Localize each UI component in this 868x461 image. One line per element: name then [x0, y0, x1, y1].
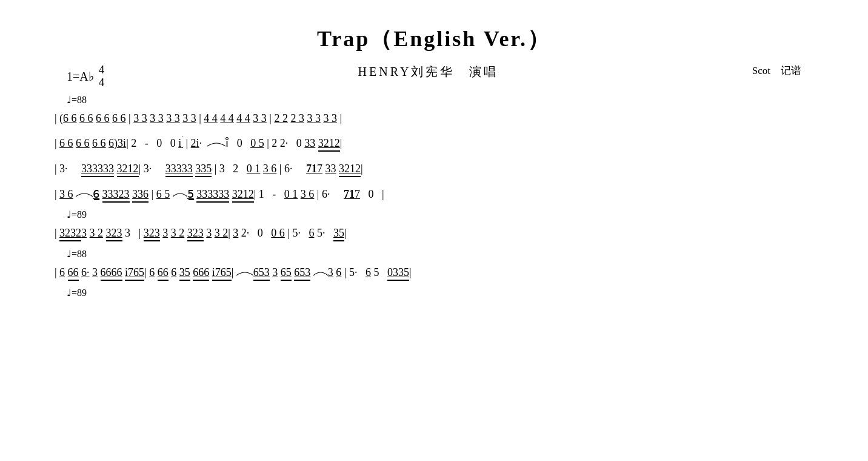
music-row-5: | 32323 3 2 323 3 | 323 3 3 2 323 3 3 2|…: [55, 221, 820, 246]
music-row-6: | 6 66 6· 3 6666 i765| 6 66 6 35 666 i76…: [55, 261, 820, 285]
performer-label: HENRY刘宪华 演唱: [358, 64, 499, 80]
music-row-3: | 3· 333333 3212| 3· 33333 335 | 3 2 0 1…: [55, 157, 820, 181]
tempo-mark-4: ♩=89: [67, 287, 820, 298]
tempo-mark-1: ♩=88: [67, 94, 820, 106]
tempo-mark-2: ♩=89: [67, 209, 820, 220]
key-time-signature: 1=A♭ 4 4: [67, 64, 104, 89]
time-sig: 4 4: [99, 64, 105, 89]
scribe-label: Scot 记谱: [752, 64, 801, 78]
tempo-mark-3: ♩=88: [67, 248, 820, 260]
key-label: 1=A♭: [67, 69, 94, 84]
music-row-4: | 3 6 6̲ 33323 336 | 6 5 5̲ 333333 3212|…: [55, 183, 820, 207]
music-row-1: | (6 6 6 6 6 6 6 6 | 3 3 3 3 3 3 3 3 | 4…: [55, 107, 820, 131]
music-row-2: | 6 6 6 6 6 6 6)3i| 2 - 0 0 i· | 2i· i̊ …: [55, 132, 820, 156]
song-title: Trap（English Ver.）: [48, 24, 820, 54]
sheet-music: Trap（English Ver.） 1=A♭ 4 4 HENRY刘宪华 演唱 …: [36, 24, 832, 298]
